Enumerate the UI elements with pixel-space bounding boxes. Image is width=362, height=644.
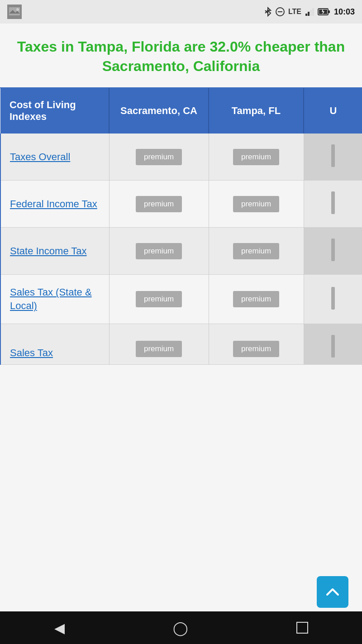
col-header-index: Cost of Living Indexes (0, 88, 109, 134)
premium-badge[interactable]: premium (233, 149, 279, 165)
sacramento-value: premium (109, 181, 209, 228)
row-label: Federal Income Tax (0, 181, 109, 228)
main-content: Taxes in Tampa, Florida are 32.0% cheape… (0, 24, 362, 644)
lte-label: LTE (288, 8, 301, 16)
premium-badge[interactable]: premium (233, 341, 279, 357)
sacramento-value: premium (109, 134, 209, 181)
svg-rect-11 (328, 10, 330, 13)
image-icon (7, 5, 22, 19)
premium-badge[interactable]: premium (233, 291, 279, 307)
tampa-value: premium (209, 181, 304, 228)
other-value (304, 134, 362, 181)
table-container: Cost of Living Indexes Sacramento, CA Ta… (0, 87, 362, 364)
premium-badge[interactable]: premium (233, 196, 279, 212)
no-signal-icon (276, 7, 285, 16)
svg-point-3 (16, 8, 19, 11)
premium-badge[interactable]: premium (136, 149, 182, 165)
status-bar: LTE 10:03 (0, 0, 362, 24)
other-value (304, 228, 362, 275)
table-row: State Income Tax premium premium (0, 228, 362, 275)
svg-rect-7 (308, 12, 310, 16)
premium-badge[interactable]: premium (136, 291, 182, 307)
premium-badge[interactable]: premium (136, 341, 182, 357)
other-value (304, 275, 362, 324)
sacramento-value: premium (109, 324, 209, 364)
svg-rect-6 (305, 14, 307, 16)
svg-rect-9 (312, 8, 314, 16)
state-income-tax-link[interactable]: State Income Tax (10, 245, 87, 257)
home-button[interactable]: ◯ (173, 620, 188, 636)
col-header-sacramento: Sacramento, CA (109, 88, 209, 134)
other-value (304, 181, 362, 228)
chevron-up-icon (324, 584, 341, 600)
row-label: State Income Tax (0, 228, 109, 275)
sales-tax-link[interactable]: Sales Tax (10, 347, 53, 358)
taxes-overall-link[interactable]: Taxes Overall (10, 151, 70, 162)
comparison-table: Cost of Living Indexes Sacramento, CA Ta… (0, 88, 362, 364)
sacramento-value: premium (109, 275, 209, 324)
federal-income-tax-link[interactable]: Federal Income Tax (10, 198, 97, 210)
row-label: Sales Tax (State & Local) (0, 275, 109, 324)
table-row: Sales Tax premium premium (0, 324, 362, 364)
sacramento-value: premium (109, 228, 209, 275)
premium-badge[interactable]: premium (233, 243, 279, 259)
sales-tax-state-local-link[interactable]: Sales Tax (State & Local) (10, 286, 92, 311)
col-header-tampa: Tampa, FL (209, 88, 304, 134)
other-value (304, 324, 362, 364)
back-button[interactable]: ◀ (54, 620, 65, 636)
tampa-value: premium (209, 134, 304, 181)
table-header-row: Cost of Living Indexes Sacramento, CA Ta… (0, 88, 362, 134)
tampa-value: premium (209, 275, 304, 324)
time-display: 10:03 (334, 7, 355, 17)
row-label: Taxes Overall (0, 134, 109, 181)
svg-rect-8 (310, 10, 312, 16)
premium-badge[interactable]: premium (136, 243, 182, 259)
status-bar-right: LTE 10:03 (264, 7, 355, 17)
row-label: Sales Tax (0, 324, 109, 364)
table-row: Taxes Overall premium premium (0, 134, 362, 181)
nav-bar: ◀ ◯ (0, 611, 362, 644)
signal-icon (305, 7, 314, 16)
scroll-top-button[interactable] (317, 576, 348, 608)
col-header-other: U (304, 88, 362, 134)
headline: Taxes in Tampa, Florida are 32.0% cheape… (0, 24, 362, 87)
status-bar-left (7, 5, 22, 19)
bluetooth-icon (264, 7, 272, 17)
battery-icon (318, 8, 330, 16)
tampa-value: premium (209, 324, 304, 364)
table-row: Federal Income Tax premium premium (0, 181, 362, 228)
recent-apps-button[interactable] (296, 622, 308, 634)
tampa-value: premium (209, 228, 304, 275)
premium-badge[interactable]: premium (136, 196, 182, 212)
table-row: Sales Tax (State & Local) premium premiu… (0, 275, 362, 324)
